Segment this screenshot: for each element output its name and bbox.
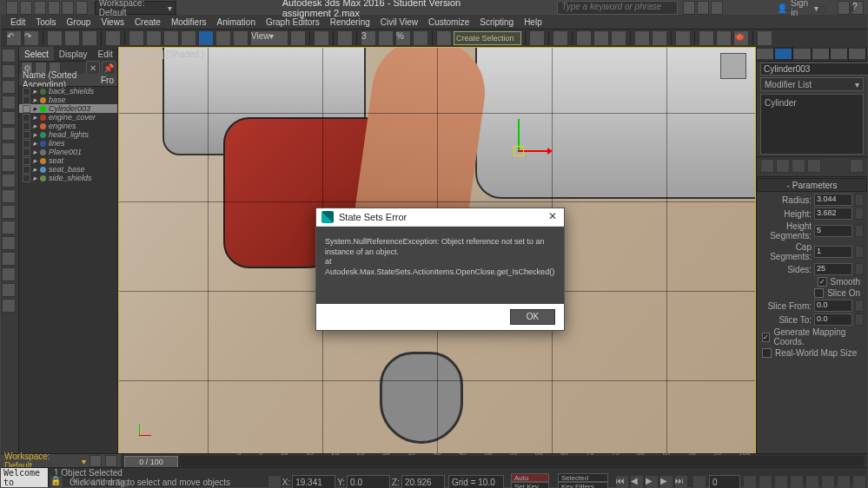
abs-coord-icon[interactable]	[268, 475, 282, 488]
ribbon-button[interactable]	[611, 30, 626, 46]
menu-modifiers[interactable]: Modifiers	[167, 17, 211, 27]
list-item[interactable]: ▸engine_cover	[19, 113, 117, 122]
search-input[interactable]	[557, 1, 678, 15]
height-input[interactable]: 3.682	[814, 208, 852, 220]
lcb-icon[interactable]	[2, 127, 16, 141]
prev-frame-icon[interactable]: ◀	[630, 475, 644, 488]
menu-scripting[interactable]: Scripting	[475, 17, 518, 27]
menu-grapheditors[interactable]: Graph Editors	[262, 17, 324, 27]
list-item[interactable]: ▸seat	[19, 156, 117, 165]
radius-input[interactable]: 3.044	[814, 194, 852, 206]
renderfb-button[interactable]	[716, 30, 732, 46]
unlink-button[interactable]	[64, 30, 80, 46]
menu-rendering[interactable]: Rendering	[326, 17, 374, 27]
rotate-button[interactable]	[215, 30, 231, 46]
lcb-icon[interactable]	[2, 221, 16, 234]
rollout-parameters[interactable]: - Parameters	[757, 178, 867, 192]
rendersetup-button[interactable]	[699, 30, 714, 46]
undo-icon[interactable]	[48, 1, 60, 15]
lcb-icon[interactable]	[2, 236, 16, 250]
named-sel-dropdown[interactable]: Create Selection	[454, 31, 521, 45]
mirror-button[interactable]	[529, 30, 545, 46]
play-icon[interactable]: ▶	[645, 475, 659, 488]
next-frame-icon[interactable]: ▶	[659, 475, 673, 488]
list-item[interactable]: ▸Cylinder003	[19, 104, 117, 113]
layerexp-button[interactable]	[593, 30, 609, 46]
render-button[interactable]: 🫖	[733, 30, 749, 46]
goto-start-icon[interactable]: ⏮	[615, 475, 629, 488]
selregion-button[interactable]	[163, 30, 179, 46]
selfilter-dropdown[interactable]	[105, 30, 121, 46]
sfrom-input[interactable]: 0.0	[814, 300, 852, 312]
height-spinner[interactable]	[855, 208, 864, 220]
open-icon[interactable]	[20, 1, 32, 15]
menu-views[interactable]: Views	[96, 17, 129, 27]
refcoord-dropdown[interactable]: View▾	[250, 30, 288, 46]
keyfilters-button[interactable]: Key Filters...	[558, 482, 608, 488]
lcb-icon[interactable]	[2, 96, 16, 109]
stack-show-icon[interactable]	[776, 159, 790, 173]
tab-edit[interactable]: Edit	[93, 47, 118, 61]
realworld-checkbox[interactable]	[762, 348, 772, 358]
panel-modify-icon[interactable]	[775, 47, 793, 61]
panel-hierarchy-icon[interactable]	[793, 47, 812, 61]
bind-button[interactable]	[82, 30, 97, 46]
panel-create-icon[interactable]	[757, 47, 775, 61]
scale-button[interactable]	[233, 30, 248, 46]
tab-display[interactable]: Display	[54, 47, 93, 61]
goto-end-icon[interactable]: ⏭	[674, 475, 688, 488]
move-gizmo[interactable]	[501, 135, 536, 169]
lcb-icon[interactable]	[2, 189, 16, 203]
star2-icon[interactable]	[697, 1, 709, 15]
time-slider[interactable]: Workspace: Default▾ 0 / 100 051015202530…	[1, 453, 867, 468]
sto-input[interactable]: 0.0	[814, 313, 852, 326]
nav-zoom-icon[interactable]	[774, 475, 788, 488]
dialog-ok-button[interactable]: OK	[510, 309, 555, 325]
workspace-dropdown[interactable]: Workspace: Default▾	[95, 1, 176, 15]
list-item[interactable]: ▸base	[19, 96, 117, 104]
spinsnap-button[interactable]	[413, 30, 428, 46]
lcb-icon[interactable]	[2, 299, 16, 313]
hseg-spinner[interactable]	[855, 225, 864, 237]
sfrom-spinner[interactable]	[855, 300, 864, 312]
menu-help[interactable]: Help	[520, 17, 547, 27]
mateditor-button[interactable]	[675, 30, 691, 46]
radius-spinner[interactable]	[855, 194, 864, 206]
pctsnap-button[interactable]: %	[395, 30, 411, 46]
save-icon[interactable]	[34, 1, 46, 15]
stack-remove-icon[interactable]	[807, 159, 821, 173]
smooth-checkbox[interactable]: ✓	[818, 277, 827, 287]
nav-pan-icon[interactable]	[759, 475, 772, 488]
snap-button[interactable]: 3	[361, 30, 376, 46]
genmap-checkbox[interactable]: ✓	[762, 333, 770, 342]
close-button[interactable]: ✕	[837, 1, 867, 16]
redo-button[interactable]: ↷	[23, 30, 39, 46]
key-mode-icon[interactable]	[692, 475, 706, 488]
curve-button[interactable]	[634, 30, 650, 46]
frame-input[interactable]: 0	[709, 475, 740, 488]
stack-unique-icon[interactable]	[792, 159, 805, 173]
editnamed-button[interactable]	[436, 30, 452, 46]
nav-zoome-icon[interactable]	[821, 475, 835, 488]
lcb-icon[interactable]	[2, 64, 16, 78]
stack-config-icon[interactable]	[850, 159, 864, 173]
menu-civilview[interactable]: Civil View	[376, 17, 422, 27]
nav-fov-icon[interactable]	[805, 475, 819, 488]
viewcube[interactable]	[720, 53, 746, 79]
move-button[interactable]	[198, 30, 214, 46]
sliceon-checkbox[interactable]	[814, 288, 824, 298]
link-icon[interactable]	[76, 1, 88, 15]
panel-utilities-icon[interactable]	[849, 47, 867, 61]
autokey-button[interactable]: Auto	[511, 473, 549, 482]
new-icon[interactable]	[6, 1, 18, 15]
list-item[interactable]: ▸head_lights	[19, 130, 117, 139]
lcb-icon[interactable]	[2, 205, 16, 219]
sides-spinner[interactable]	[855, 263, 864, 275]
lcb-icon[interactable]	[2, 142, 16, 156]
maxscript-listener[interactable]: Welcome to	[1, 468, 49, 487]
undo-button[interactable]: ↶	[6, 30, 22, 46]
panel-motion-icon[interactable]	[812, 47, 831, 61]
keyfilter-sel[interactable]: Selected	[558, 473, 608, 482]
timeline-track[interactable]: 0 / 100 05101520253035404550556065707580…	[124, 456, 864, 466]
modifier-list-dropdown[interactable]: Modifier List▾	[760, 77, 864, 91]
